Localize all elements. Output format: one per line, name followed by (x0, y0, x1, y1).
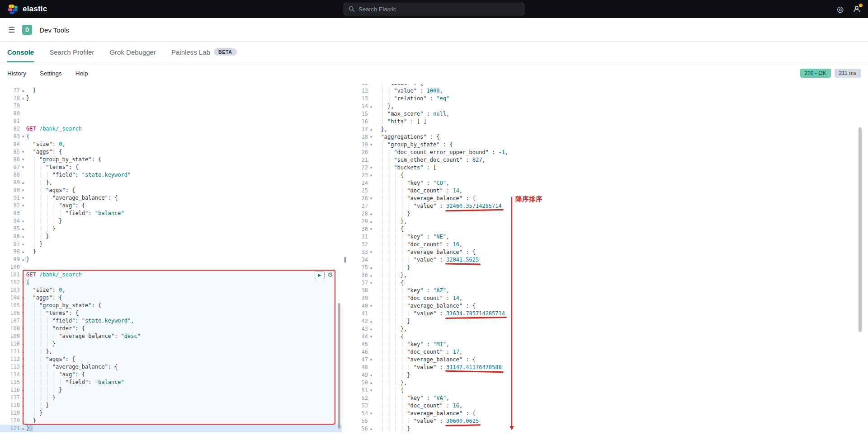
tab-console[interactable]: Console (7, 42, 34, 62)
tab-painless-lab[interactable]: Painless Lab BETA (171, 42, 237, 62)
editor-line[interactable]: 98▴ } (0, 248, 342, 256)
editor-line[interactable]: 82GET /bank/_search (0, 125, 342, 133)
fold-toggle-icon[interactable]: ▴ (368, 325, 374, 333)
fold-toggle-icon[interactable]: ▴ (20, 94, 26, 102)
fold-toggle-icon[interactable]: ▴ (20, 417, 26, 425)
fold-toggle-icon[interactable]: ▾ (368, 164, 374, 172)
fold-toggle-icon[interactable]: ▾ (20, 279, 26, 286)
menu-hamburger-icon[interactable]: ☰ (8, 25, 15, 34)
fold-toggle-icon[interactable]: ▴ (368, 371, 374, 379)
editor-line[interactable]: 103 "size": 0, (0, 286, 342, 294)
editor-line[interactable]: 102▾{ (0, 279, 342, 286)
fold-toggle-icon[interactable]: ▾ (20, 187, 26, 194)
fold-toggle-icon[interactable]: ▾ (20, 302, 26, 309)
fold-toggle-icon[interactable]: ▾ (368, 195, 374, 202)
fold-toggle-icon[interactable]: ▾ (368, 248, 374, 256)
editor-line[interactable]: 120▴ } (0, 417, 342, 425)
fold-toggle-icon[interactable]: ▴ (368, 425, 374, 433)
editor-scrollbar[interactable] (338, 303, 340, 429)
fold-toggle-icon[interactable]: ▾ (368, 172, 374, 179)
editor-line[interactable]: 80 (0, 110, 342, 117)
editor-line[interactable]: 92▾ │ │ │ │ "avg": { (0, 202, 342, 210)
editor-line[interactable]: 114▾ │ │ │ │ "avg": { (0, 371, 342, 379)
fold-toggle-icon[interactable]: ▴ (20, 240, 26, 248)
fold-toggle-icon[interactable]: ▴ (20, 348, 26, 355)
fold-toggle-icon[interactable]: ▾ (368, 410, 374, 417)
tab-grok-debugger[interactable]: Grok Debugger (109, 42, 156, 62)
editor-line[interactable]: 88 │ │ │ "field": "state.keyword" (0, 171, 342, 179)
fold-toggle-icon[interactable]: ▴ (20, 248, 26, 256)
fold-toggle-icon[interactable]: ▴ (20, 225, 26, 233)
editor-line[interactable]: 101GET /bank/_search (0, 271, 342, 279)
editor-line[interactable]: 89▴ │ │ }, (0, 179, 342, 187)
fold-toggle-icon[interactable]: ▴ (368, 318, 374, 325)
fold-toggle-icon[interactable]: ▴ (20, 256, 26, 263)
fold-toggle-icon[interactable]: ▾ (20, 371, 26, 379)
fold-toggle-icon[interactable]: ▴ (20, 340, 26, 348)
fold-toggle-icon[interactable]: ▾ (368, 333, 374, 341)
editor-line[interactable]: 107 │ │ │ "field": "state.keyword", (0, 317, 342, 325)
editor-line[interactable]: 104▾ "aggs": { (0, 294, 342, 302)
fold-toggle-icon[interactable]: ▴ (368, 103, 374, 110)
editor-line[interactable]: 118▴ │ │ } (0, 402, 342, 409)
editor-line[interactable]: 105▾ │ "group_by_state": { (0, 302, 342, 309)
wrench-icon[interactable]: ⚙ (327, 271, 333, 278)
editor-line[interactable]: 111▴ │ │ }, (0, 348, 342, 355)
editor-line[interactable]: 95▴ │ │ │ } (0, 225, 342, 233)
fold-toggle-icon[interactable]: ▾ (20, 133, 26, 140)
fold-toggle-icon[interactable]: ▾ (20, 294, 26, 302)
send-request-button[interactable]: ▶ (315, 271, 325, 279)
fold-toggle-icon[interactable]: ▾ (368, 356, 374, 364)
fold-toggle-icon[interactable]: ▴ (20, 87, 26, 94)
fold-toggle-icon[interactable]: ▾ (20, 148, 26, 156)
settings-link[interactable]: Settings (40, 70, 62, 77)
editor-line[interactable]: 115 │ │ │ │ │ "field": "balance" (0, 379, 342, 386)
editor-line[interactable]: 113▾ │ │ │ "average_balance": { (0, 363, 342, 371)
editor-line[interactable]: 93 │ │ │ │ │ "field": "balance" (0, 210, 342, 217)
fold-toggle-icon[interactable]: ▾ (368, 84, 374, 87)
editor-line[interactable]: 97▴ │ } (0, 240, 342, 248)
fold-toggle-icon[interactable]: ▴ (20, 394, 26, 402)
editor-line[interactable]: 108▾ │ │ │ "order": { (0, 325, 342, 332)
fold-toggle-icon[interactable]: ▴ (20, 179, 26, 187)
editor-line[interactable]: 91▾ │ │ │ "average_balance": { (0, 194, 342, 202)
fold-toggle-icon[interactable]: ▴ (368, 126, 374, 133)
search-input[interactable] (359, 6, 519, 13)
editor-line[interactable]: 100 (0, 263, 342, 271)
editor-line[interactable]: 117▴ │ │ │ } (0, 394, 342, 402)
fold-toggle-icon[interactable]: ▴ (368, 379, 374, 387)
fold-toggle-icon[interactable]: ▴ (368, 218, 374, 225)
fold-toggle-icon[interactable]: ▾ (20, 194, 26, 202)
editor-line[interactable]: 78▴} (0, 94, 342, 102)
editor-line[interactable]: 106▾ │ │ "terms": { (0, 309, 342, 317)
global-search-bar[interactable] (344, 3, 524, 15)
fold-toggle-icon[interactable]: ▾ (368, 302, 374, 310)
fold-toggle-icon[interactable]: ▴ (368, 210, 374, 218)
fold-toggle-icon[interactable]: ▴ (20, 402, 26, 409)
editor-line[interactable]: 85▾ "aggs": { (0, 148, 342, 156)
editor-line[interactable]: 81 (0, 117, 342, 125)
fold-toggle-icon[interactable]: ▴ (20, 425, 26, 432)
elastic-logo[interactable]: elastic (7, 4, 47, 15)
fold-toggle-icon[interactable]: ▾ (20, 156, 26, 164)
fold-toggle-icon[interactable]: ▾ (20, 325, 26, 332)
page-scrollbar[interactable] (859, 127, 862, 332)
editor-line[interactable]: 90▾ │ │ "aggs": { (0, 187, 342, 194)
fold-toggle-icon[interactable]: ▾ (368, 225, 374, 233)
fold-toggle-icon[interactable]: ▴ (20, 386, 26, 394)
editor-line[interactable]: 112▾ │ │ "aggs": { (0, 355, 342, 363)
editor-line[interactable]: 121▴} (0, 425, 342, 432)
panel-resizer[interactable]: ‖ (342, 84, 351, 435)
fold-toggle-icon[interactable]: ▾ (20, 309, 26, 317)
editor-line[interactable]: 87▾ │ │ "terms": { (0, 164, 342, 171)
fold-toggle-icon[interactable]: ▴ (20, 409, 26, 417)
fold-toggle-icon[interactable]: ▾ (368, 141, 374, 149)
editor-line[interactable]: 84 "size": 0, (0, 140, 342, 148)
fold-toggle-icon[interactable]: ▴ (368, 264, 374, 271)
fold-toggle-icon[interactable]: ▾ (20, 202, 26, 210)
history-link[interactable]: History (7, 70, 26, 77)
editor-line[interactable]: 110▴ │ │ │ } (0, 340, 342, 348)
fold-toggle-icon[interactable]: ▴ (368, 271, 374, 279)
fold-toggle-icon[interactable]: ▾ (368, 387, 374, 394)
fold-toggle-icon[interactable]: ▾ (368, 279, 374, 287)
